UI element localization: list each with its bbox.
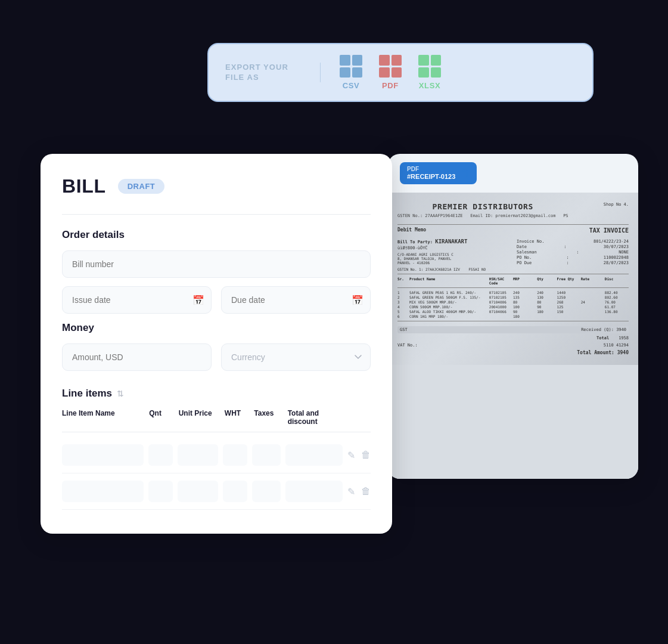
pdf-icon (379, 55, 402, 78)
col-header-taxes: Taxes (254, 409, 282, 426)
vat-value: 5110 41294 (604, 343, 629, 348)
shop-name: PREMIER DISTRIBUTORS (397, 202, 568, 211)
receipt-table-divider (397, 287, 629, 288)
line-items-title: Line items (62, 388, 112, 400)
po-due-value: 28/07/2023 (604, 261, 629, 265)
row2-taxes-cell[interactable] (252, 481, 281, 502)
amount-input[interactable] (62, 343, 212, 371)
row2-edit-icon[interactable]: ✎ (347, 486, 355, 497)
csv-label: CSV (343, 81, 360, 90)
row2-wht-cell[interactable] (223, 481, 247, 502)
invoice-details-section: Invoice No.801/4222/23-24 Date:30/07/202… (517, 239, 629, 271)
row1-price-cell[interactable] (178, 444, 218, 466)
order-details-section: Order details 📅 📅 (62, 229, 371, 314)
final-amount: Total Amount: 3940 (397, 350, 629, 355)
row2-name-cell[interactable] (62, 481, 144, 502)
pdf-badge: PDF #RECEIPT-0123 🗑 (400, 162, 477, 184)
receipt-document: PREMIER DISTRIBUTORS GSTEN No.: 27AAAFP1… (388, 193, 638, 365)
bill-number-input[interactable] (62, 250, 371, 278)
calendar-icon-due: 📅 (352, 295, 363, 306)
receipt-card: PDF #RECEIPT-0123 🗑 PREMIER DISTRIBUTORS… (388, 154, 638, 479)
table-row: ✎ 🗑 (62, 473, 371, 510)
bill-to-section: Bill To Party: KIRANAKART ùìØ†800-ùÖYC̈ … (397, 239, 509, 271)
money-title: Money (62, 322, 371, 334)
export-label: EXPORT YOUR FILE AS (225, 63, 321, 83)
receipt-mid-divider (397, 274, 629, 274)
row1-wht-cell[interactable] (223, 444, 247, 466)
bill-address3: PANVEL - 410206 (397, 261, 509, 265)
debit-memo: Debit Memo (397, 227, 426, 235)
export-options: CSV PDF XLSX (321, 55, 441, 90)
po-due-row: PO Due:28/07/2023 (517, 261, 629, 265)
calendar-icon-issue: 📅 (192, 295, 204, 306)
export-pdf-option[interactable]: PDF (379, 55, 402, 90)
amount-value: 3940 (617, 350, 629, 355)
col-header-name: Line Item Name (62, 409, 144, 426)
product-row-3: 3MIX VEG 500GM MRP.80/-07104006808026824… (397, 300, 629, 304)
bill-header: BILL DRAFT (62, 175, 371, 197)
row1-name-cell[interactable] (62, 444, 144, 466)
receipt-bottom-divider (397, 321, 629, 321)
line-items-header: Line items ⇅ (62, 388, 371, 400)
total-qty: 1958 (619, 336, 629, 340)
row1-actions: ✎ 🗑 (347, 450, 371, 461)
money-row: Currency USD EUR GBP (62, 343, 371, 371)
row2-price-cell[interactable] (178, 481, 218, 502)
col-header-total-discount: Total and discount (288, 409, 346, 426)
csv-icon (340, 55, 362, 78)
row2-qnt-cell[interactable] (148, 481, 173, 502)
gst-info: GST Received (Q): 3940 (397, 326, 629, 333)
bill-to-label: Bill To Party: KIRANAKART (397, 239, 509, 244)
pdf-label: PDF (382, 81, 399, 90)
table-row: ✎ 🗑 (62, 437, 371, 473)
product-row-6: 6CORN 1KG MRP 180/-180 (397, 314, 629, 318)
invoice-no-value: 801/4222/23-24 (594, 239, 629, 244)
bill-address1: C/O-ADANI AGRI LOGISTICS C (397, 252, 509, 256)
pdf-type: PDF (407, 166, 455, 173)
vat-row: VAT No.: 5110 41294 (397, 343, 629, 348)
salesman-row: Salesman:NONE (517, 250, 629, 255)
export-csv-option[interactable]: CSV (340, 55, 362, 90)
row2-total-cell[interactable] (285, 481, 343, 502)
receipt-table-header: Sr. Product Name HSN/SAC Code MRP Qty Fr… (397, 277, 629, 285)
salesman-value: NONE (619, 250, 629, 255)
table-header: Line Item Name Qnt Unit Price WHT Taxes … (62, 409, 371, 432)
row1-total-cell[interactable] (285, 444, 343, 466)
header-divider (62, 214, 371, 215)
receipt-total-section: GST Received (Q): 3940 Total 1958 VAT No… (397, 326, 629, 355)
bill-gstin: GSTIN No. 1: 27AAJCK6821A IZV FSSAI NO (397, 267, 509, 271)
receipt-id: #RECEIPT-0123 (407, 173, 455, 181)
issue-date-input[interactable] (62, 286, 212, 314)
row2-delete-icon[interactable]: 🗑 (361, 486, 371, 497)
product-row-2: 2SAFAL GREEN PEAS 500GM F.S. 135/-071021… (397, 295, 629, 299)
currency-select[interactable]: Currency USD EUR GBP (221, 343, 371, 371)
tax-invoice: TAX INVOICE (589, 227, 629, 234)
line-items-section: Line items ⇅ Line Item Name Qnt Unit Pri… (62, 388, 371, 510)
receipt-image: PREMIER DISTRIBUTORS GSTEN No.: 27AAAFP1… (388, 193, 638, 479)
receipt-header: PDF #RECEIPT-0123 🗑 (388, 154, 638, 193)
date-row: 📅 📅 (62, 286, 371, 314)
shop-gstin: GSTEN No.: 27AAAFP1964E1ZE Email ID: pre… (397, 213, 568, 218)
receipt-top-divider (397, 224, 629, 225)
shop-no: Shop No 4. (604, 202, 629, 207)
row1-qnt-cell[interactable] (148, 444, 173, 466)
money-section: Money Currency USD EUR GBP (62, 322, 371, 371)
receipt-delete-icon[interactable]: 🗑 (460, 168, 470, 179)
col-header-qnt: Qnt (149, 409, 173, 426)
export-xlsx-option[interactable]: XLSX (418, 55, 441, 90)
row1-taxes-cell[interactable] (252, 444, 281, 466)
due-date-input[interactable] (221, 286, 371, 314)
sort-icon[interactable]: ⇅ (117, 389, 124, 398)
po-row: PO No.:1100022048 (517, 255, 629, 260)
col-header-unit-price: Unit Price (179, 409, 220, 426)
export-bar: EXPORT YOUR FILE AS CSV PDF XLSX (207, 43, 594, 102)
product-row-1: 1SAFAL GREEN PEAS 1 KG RS. 240/-07102105… (397, 290, 629, 295)
draft-badge: DRAFT (118, 179, 165, 194)
row1-edit-icon[interactable]: ✎ (347, 450, 355, 461)
xlsx-label: XLSX (419, 81, 441, 90)
due-date-wrapper: 📅 (221, 286, 371, 314)
row1-delete-icon[interactable]: 🗑 (361, 450, 371, 460)
col-header-actions (350, 409, 371, 426)
product-row-5: 5SAFAL ALOO TIKKI 400GM MRP.90/-07104066… (397, 309, 629, 314)
product-row-4: 4CORN 500GM MRP.100/-200410001009012561.… (397, 305, 629, 309)
